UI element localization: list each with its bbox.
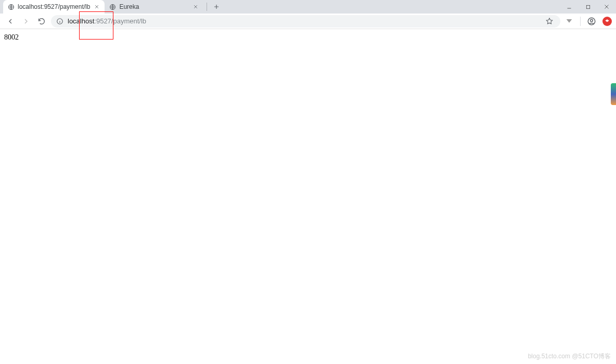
watermark-text: blog.51cto.com @51CTO博客 bbox=[528, 352, 611, 361]
close-window-button[interactable] bbox=[597, 0, 616, 14]
new-tab-button[interactable] bbox=[210, 1, 223, 13]
tab-strip: localhost:9527/payment/lb Eureka bbox=[0, 0, 616, 14]
back-button[interactable] bbox=[4, 15, 17, 28]
extension-red-icon[interactable] bbox=[602, 17, 612, 26]
reload-button[interactable] bbox=[35, 15, 48, 28]
response-body-text: 8002 bbox=[4, 33, 19, 41]
side-widget[interactable] bbox=[611, 83, 616, 105]
globe-icon bbox=[109, 3, 116, 10]
url-text: localhost:9527/payment/lb bbox=[68, 17, 146, 25]
toolbar-right-icons bbox=[563, 16, 612, 27]
maximize-button[interactable] bbox=[579, 0, 597, 14]
extension-v-icon[interactable] bbox=[563, 16, 575, 27]
tab-close-icon[interactable] bbox=[192, 3, 199, 10]
globe-icon bbox=[7, 3, 15, 10]
tab-inactive[interactable]: Eureka bbox=[105, 0, 203, 14]
minimize-button[interactable] bbox=[560, 0, 579, 14]
tab-separator bbox=[207, 3, 207, 11]
info-icon[interactable] bbox=[56, 18, 63, 25]
tab-close-icon[interactable] bbox=[93, 3, 100, 10]
svg-rect-2 bbox=[586, 5, 589, 8]
window-controls bbox=[560, 0, 616, 14]
toolbar: localhost:9527/payment/lb bbox=[0, 14, 616, 29]
page-content: 8002 bbox=[0, 29, 616, 364]
svg-point-5 bbox=[591, 19, 593, 22]
address-bar[interactable]: localhost:9527/payment/lb bbox=[51, 15, 560, 28]
url-host: localhost bbox=[68, 17, 94, 25]
bookmark-star-icon[interactable] bbox=[544, 16, 555, 27]
tab-title: Eureka bbox=[119, 3, 189, 10]
url-path: :9527/payment/lb bbox=[94, 17, 146, 25]
toolbar-separator bbox=[580, 17, 581, 26]
tab-active[interactable]: localhost:9527/payment/lb bbox=[3, 0, 105, 14]
profile-icon[interactable] bbox=[586, 16, 597, 27]
tab-title: localhost:9527/payment/lb bbox=[18, 3, 90, 10]
forward-button[interactable] bbox=[20, 15, 32, 28]
